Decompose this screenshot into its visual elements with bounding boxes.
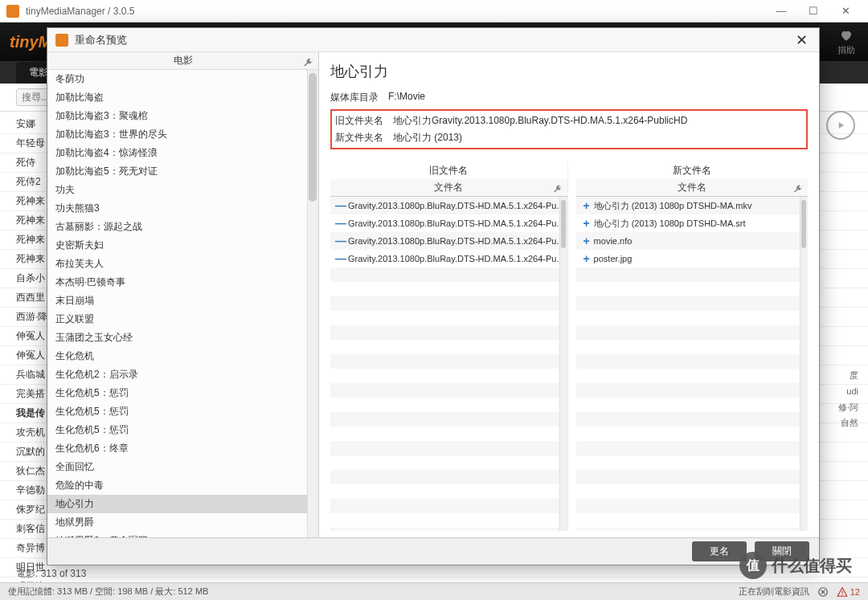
movie-list-item[interactable]: 全面回忆 <box>47 458 318 476</box>
old-files-list: —Gravity.2013.1080p.BluRay.DTS-HD.MA.5.1… <box>330 197 567 531</box>
new-folder-value: 地心引力 (2013) <box>393 131 803 145</box>
movie-list-item[interactable]: 危险的中毒 <box>47 476 318 495</box>
scrollbar[interactable] <box>559 197 567 531</box>
movie-list-item[interactable]: 正义联盟 <box>47 310 318 329</box>
wrench-icon[interactable] <box>792 182 803 192</box>
rename-preview-dialog: 重命名预览 ✕ 电影 冬荫功加勒比海盗加勒比海盗3：聚魂棺加勒比海盗3：世界的尽… <box>47 27 820 565</box>
settings-wrench-icon[interactable] <box>302 55 313 66</box>
scrollbar-thumb[interactable] <box>309 73 317 202</box>
movie-list-item[interactable]: 生化危机5：惩罚 <box>47 421 318 439</box>
donate-label: 捐助 <box>837 45 855 55</box>
old-files-column: 旧文件名 文件名 —Gravity.2013.1080p.BluRay.DTS-… <box>330 162 568 531</box>
play-icon <box>835 120 846 131</box>
window-title: tinyMediaManager / 3.0.5 <box>26 6 765 17</box>
library-path-value: F:\Movie <box>388 91 808 104</box>
close-window-button[interactable]: ✕ <box>829 0 862 22</box>
maximize-button[interactable]: ☐ <box>797 0 829 22</box>
new-file-row[interactable]: +地心引力 (2013) 1080p DTSHD-MA.srt <box>576 214 808 232</box>
app-icon <box>6 5 19 18</box>
wrench-icon[interactable] <box>552 182 563 192</box>
movie-list-item[interactable]: 末日崩塌 <box>47 292 318 310</box>
movie-list-item[interactable]: 布拉芙夫人 <box>47 255 318 273</box>
new-file-row[interactable]: +poster.jpg <box>576 250 808 267</box>
movie-list-item[interactable]: 生化危机5：惩罚 <box>47 402 318 421</box>
movie-list[interactable]: 冬荫功加勒比海盗加勒比海盗3：聚魂棺加勒比海盗3：世界的尽头加勒比海盗4：惊涛怪… <box>47 70 318 537</box>
status-bar: 使用記憶體: 313 MB / 空閒: 198 MB / 最大: 512 MB … <box>0 582 868 600</box>
movie-list-item[interactable]: 史密斯夫妇 <box>47 236 318 255</box>
new-files-list: +地心引力 (2013) 1080p DTSHD-MA.mkv+地心引力 (20… <box>576 197 808 531</box>
movie-list-header: 电影 <box>47 52 318 70</box>
detail-snippets: 度udi修·阿自然 <box>838 368 858 431</box>
scrollbar[interactable] <box>307 70 318 537</box>
watermark-badge-icon: 值 <box>739 552 767 579</box>
minus-icon: — <box>334 252 348 265</box>
minus-icon: — <box>334 235 348 247</box>
movie-list-item[interactable]: 地狱男爵 <box>47 513 318 532</box>
svg-rect-2 <box>841 594 842 594</box>
watermark-text: 什么值得买 <box>772 555 852 577</box>
movie-list-item[interactable]: 古墓丽影：源起之战 <box>47 218 318 236</box>
movie-list-item[interactable]: 生化危机6：终章 <box>47 439 318 458</box>
old-filename-col-header: 文件名 <box>330 179 567 197</box>
movie-list-item[interactable]: 加勒比海盗5：死无对证 <box>47 162 318 181</box>
old-folder-value: 地心引力Gravity.2013.1080p.BluRay.DTS-HD.MA.… <box>393 114 803 128</box>
watermark: 值 什么值得买 <box>739 552 852 579</box>
movie-list-item[interactable]: 功夫 <box>47 181 318 199</box>
scrollbar-thumb[interactable] <box>561 200 566 248</box>
plus-icon: + <box>579 235 594 247</box>
old-file-name: Gravity.2013.1080p.BluRay.DTS-HD.MA.5.1.… <box>348 218 564 228</box>
warning-indicator[interactable]: 12 <box>837 586 860 598</box>
movie-list-header-label: 电影 <box>174 54 193 67</box>
plus-icon: + <box>579 252 594 265</box>
dialog-titlebar: 重命名预览 ✕ <box>47 28 819 52</box>
movie-list-item[interactable]: 冬荫功 <box>47 70 318 88</box>
old-file-row[interactable]: —Gravity.2013.1080p.BluRay.DTS-HD.MA.5.1… <box>330 232 567 250</box>
new-file-name: movie.nfo <box>594 236 805 246</box>
old-file-row[interactable]: —Gravity.2013.1080p.BluRay.DTS-HD.MA.5.1… <box>330 197 567 214</box>
heart-icon <box>838 28 854 43</box>
new-folder-label: 新文件夹名 <box>335 131 393 145</box>
movie-list-item[interactable]: 地心引力 <box>47 495 318 513</box>
old-files-header: 旧文件名 <box>330 162 567 179</box>
movie-list-item[interactable]: 加勒比海盗4：惊涛怪浪 <box>47 144 318 162</box>
dialog-title: 重命名预览 <box>75 33 792 47</box>
new-file-row[interactable]: +movie.nfo <box>576 232 808 250</box>
movie-list-item[interactable]: 加勒比海盗3：聚魂棺 <box>47 107 318 125</box>
movie-list-item[interactable]: 本杰明·巴顿奇事 <box>47 273 318 292</box>
donate-button[interactable]: 捐助 <box>834 28 858 56</box>
window-titlebar: tinyMediaManager / 3.0.5 — ☐ ✕ <box>0 0 868 22</box>
movie-list-pane: 电影 冬荫功加勒比海盗加勒比海盗3：聚魂棺加勒比海盗3：世界的尽头加勒比海盗4：… <box>47 52 319 537</box>
minimize-button[interactable]: — <box>765 0 797 22</box>
plus-icon: + <box>579 199 594 212</box>
movie-list-item[interactable]: 玉蒲团之玉女心经 <box>47 329 318 347</box>
warning-triangle-icon <box>837 586 848 598</box>
new-files-header: 新文件名 <box>576 162 808 179</box>
warning-count: 12 <box>850 587 860 597</box>
new-files-column: 新文件名 文件名 +地心引力 (2013) 1080p DTSHD-MA.mkv… <box>576 162 808 531</box>
movie-list-item[interactable]: 生化危机2：启示录 <box>47 365 318 384</box>
movie-list-item[interactable]: 加勒比海盗 <box>47 88 318 107</box>
movie-list-item[interactable]: 功夫熊猫3 <box>47 199 318 218</box>
movie-list-item[interactable]: 生化危机 <box>47 347 318 365</box>
memory-usage: 使用記憶體: 313 MB / 空閒: 198 MB / 最大: 512 MB <box>8 586 208 598</box>
movie-list-item[interactable]: 生化危机5：惩罚 <box>47 384 318 402</box>
movie-list-item[interactable]: 加勒比海盗3：世界的尽头 <box>47 125 318 144</box>
scrollbar-thumb[interactable] <box>801 200 806 248</box>
old-file-row[interactable]: —Gravity.2013.1080p.BluRay.DTS-HD.MA.5.1… <box>330 250 567 267</box>
new-filename-col-header: 文件名 <box>576 179 808 197</box>
new-file-row[interactable]: +地心引力 (2013) 1080p DTSHD-MA.mkv <box>576 197 808 214</box>
plus-icon: + <box>579 217 594 230</box>
dialog-footer: 更名 關閉 <box>47 537 819 565</box>
scraping-status: 正在刮削電影資訊 <box>739 586 809 598</box>
old-file-row[interactable]: —Gravity.2013.1080p.BluRay.DTS-HD.MA.5.1… <box>330 214 567 232</box>
rename-button[interactable]: 更名 <box>692 541 747 561</box>
dialog-icon <box>55 34 68 47</box>
scrollbar[interactable] <box>800 197 808 531</box>
dialog-close-button[interactable]: ✕ <box>792 31 811 49</box>
play-button[interactable] <box>826 111 855 140</box>
old-file-name: Gravity.2013.1080p.BluRay.DTS-HD.MA.5.1.… <box>348 201 564 210</box>
status-ok-icon[interactable] <box>817 586 829 598</box>
movie-list-item[interactable]: 地狱男爵2：黄金军团 <box>47 532 318 537</box>
old-file-name: Gravity.2013.1080p.BluRay.DTS-HD.MA.5.1.… <box>348 254 564 263</box>
highlighted-folder-box: 旧文件夹名 地心引力Gravity.2013.1080p.BluRay.DTS-… <box>330 109 808 149</box>
